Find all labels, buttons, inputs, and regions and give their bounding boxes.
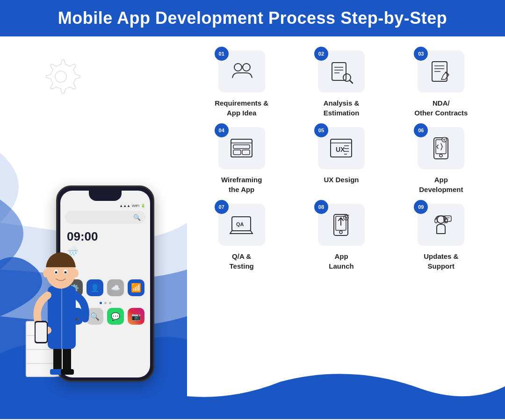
step-card-7: 07 QA Q/A &Testing: [196, 204, 287, 271]
step-card-5: 05 UX UX Design: [296, 127, 386, 194]
svg-point-54: [339, 231, 342, 234]
main-content: ▲▲▲ WiFi 🔋 🔍 09:00 🌧️ ⚙️ 👤 ☁️: [0, 36, 505, 419]
wireframe-icon: [229, 135, 254, 161]
whatsapp-icon: 💬: [107, 308, 124, 325]
step-icon-wrapper-3: 03: [418, 50, 464, 93]
step-number-5: 05: [314, 123, 328, 137]
instagram-icon: 📷: [128, 308, 144, 325]
analysis-icon: [328, 59, 354, 85]
left-illustration: ▲▲▲ WiFi 🔋 🔍 09:00 🌧️ ⚙️ 👤 ☁️: [0, 36, 187, 419]
qa-testing-icon: QA: [229, 212, 254, 238]
step-card-2: 02 Analysis &Estimation: [296, 50, 386, 118]
requirements-icon: [229, 59, 254, 85]
step-icon-wrapper-6: 06: [418, 127, 464, 169]
page-title: Mobile App Development Process Step-by-S…: [58, 8, 447, 28]
svg-rect-31: [233, 145, 250, 149]
step-card-3: 03 NDA/Other Contracts: [396, 50, 486, 118]
svg-rect-8: [36, 322, 47, 342]
steps-row-3: 07 QA Q/A &Testing 08: [196, 204, 486, 271]
step-label-8: AppLaunch: [329, 251, 354, 271]
svg-point-12: [55, 271, 58, 274]
step-card-9: 09: [396, 204, 486, 271]
header: Mobile App Development Process Step-by-S…: [0, 0, 505, 36]
steps-row-1: 01 Requirements &App Idea 02: [196, 50, 486, 118]
step-number-2: 02: [314, 47, 328, 61]
step-label-7: Q/A &Testing: [230, 251, 254, 271]
svg-line-23: [350, 80, 353, 83]
app-dev-icon: [428, 135, 454, 161]
step-label-3: NDA/Other Contracts: [414, 98, 468, 118]
step-number-8: 08: [314, 200, 328, 214]
updates-support-icon: [428, 212, 454, 238]
step-label-9: Updates &Support: [424, 251, 458, 271]
step-label-2: Analysis &Estimation: [324, 98, 360, 118]
svg-point-16: [234, 64, 242, 71]
step-icon-wrapper-2: 02: [318, 50, 365, 93]
svg-point-0: [55, 71, 66, 82]
phone-notch: [89, 191, 122, 201]
svg-point-17: [243, 64, 250, 71]
wifi-icon: 📶: [128, 279, 144, 296]
step-card-4: 04 Wireframingthe App: [196, 127, 287, 194]
svg-point-43: [440, 154, 442, 157]
step-card-8: 08 AppLaunch: [296, 204, 386, 271]
step-card-6: 06 AppDevelopme: [396, 127, 486, 194]
step-icon-wrapper-1: 01: [218, 50, 265, 93]
phone-status-bar: ▲▲▲ WiFi 🔋: [60, 202, 150, 208]
svg-point-14: [43, 269, 49, 278]
nda-icon: [428, 59, 454, 85]
step-icon-wrapper-5: 05 UX: [318, 127, 365, 169]
step-icon-wrapper-8: 08: [318, 204, 365, 246]
svg-rect-2: [63, 347, 71, 372]
ux-icon: UX: [328, 135, 354, 161]
person-illustration: [24, 211, 94, 379]
svg-rect-33: [242, 150, 250, 155]
step-label-1: Requirements &App Idea: [215, 98, 268, 118]
step-label-6: AppDevelopment: [419, 175, 463, 194]
step-icon-wrapper-9: 09: [418, 204, 464, 246]
svg-point-15: [73, 269, 79, 278]
step-number-4: 04: [215, 123, 229, 137]
step-icon-wrapper-7: 07 QA: [218, 204, 265, 246]
svg-rect-1: [53, 347, 62, 372]
search-icon: 🔍: [133, 214, 141, 221]
svg-rect-18: [332, 63, 346, 80]
svg-text:QA: QA: [236, 221, 244, 227]
steps-grid: 01 Requirements &App Idea 02: [187, 36, 505, 419]
svg-rect-32: [233, 150, 241, 155]
steps-row-2: 04 Wireframingthe App: [196, 127, 486, 194]
svg-point-56: [345, 217, 347, 219]
step-number-7: 07: [215, 200, 229, 214]
gear-decoration: [37, 50, 84, 99]
app-launch-icon: [328, 212, 354, 238]
cloud-icon: ☁️: [107, 279, 124, 296]
svg-point-13: [65, 271, 67, 274]
svg-line-57: [348, 215, 349, 216]
step-number-1: 01: [215, 47, 229, 61]
step-label-5: UX Design: [324, 175, 359, 185]
step-icon-wrapper-4: 04: [218, 127, 265, 169]
step-card-1: 01 Requirements &App Idea: [196, 50, 287, 118]
svg-rect-4: [61, 369, 74, 375]
step-label-4: Wireframingthe App: [221, 175, 262, 194]
svg-text:UX: UX: [336, 146, 345, 153]
